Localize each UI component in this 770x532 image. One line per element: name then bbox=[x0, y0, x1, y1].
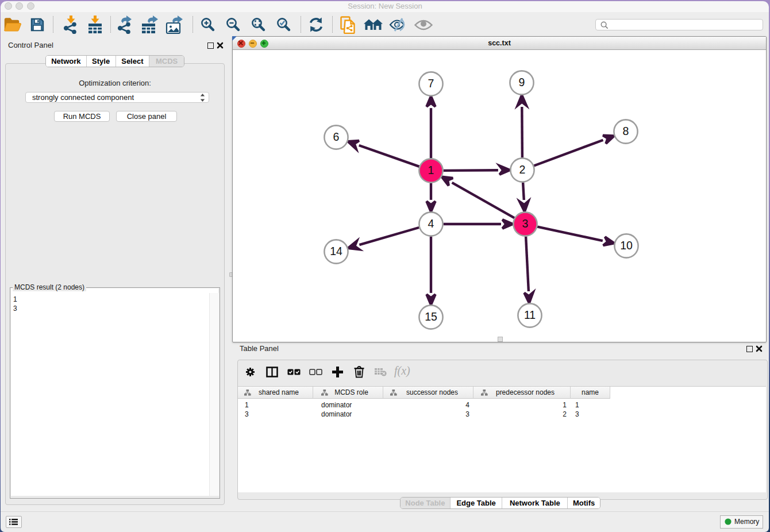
svg-text:6: 6 bbox=[333, 130, 340, 143]
svg-text:3: 3 bbox=[522, 217, 529, 230]
svg-text:4: 4 bbox=[428, 217, 434, 230]
svg-text:8: 8 bbox=[623, 125, 629, 137]
svg-text:14: 14 bbox=[330, 245, 342, 257]
svg-text:1: 1 bbox=[428, 164, 434, 176]
svg-text:10: 10 bbox=[620, 239, 633, 252]
svg-text:2: 2 bbox=[519, 163, 526, 176]
svg-text:11: 11 bbox=[524, 309, 536, 321]
svg-text:7: 7 bbox=[428, 77, 434, 90]
svg-text:9: 9 bbox=[519, 76, 525, 88]
svg-text:15: 15 bbox=[425, 310, 437, 323]
